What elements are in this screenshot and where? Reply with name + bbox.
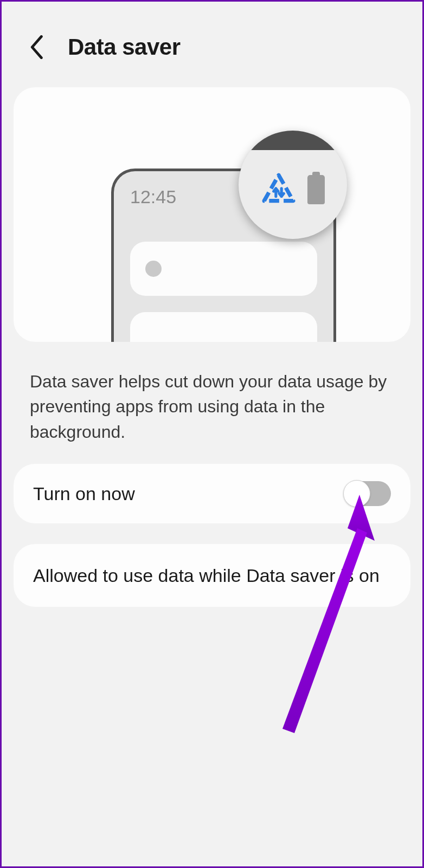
allowed-apps-label: Allowed to use data while Data saver is …: [33, 563, 380, 587]
description-text: Data saver helps cut down your data usag…: [2, 342, 422, 458]
status-bar-magnifier: [239, 131, 347, 239]
page-title: Data saver: [68, 34, 180, 60]
turn-on-now-toggle[interactable]: [344, 481, 391, 506]
data-saver-icon: [261, 172, 297, 208]
annotation-arrow: [262, 489, 392, 739]
battery-icon: [307, 175, 325, 204]
phone-time: 12:45: [130, 186, 176, 208]
phone-placeholder-row: [130, 312, 317, 342]
turn-on-now-row[interactable]: Turn on now: [14, 464, 410, 523]
illustration-card: 12:45: [14, 87, 410, 342]
back-icon[interactable]: [29, 35, 46, 59]
turn-on-now-label: Turn on now: [33, 482, 135, 506]
header: Data saver: [2, 2, 422, 87]
allowed-apps-row[interactable]: Allowed to use data while Data saver is …: [14, 544, 410, 607]
phone-placeholder-row: [130, 242, 317, 296]
placeholder-dot: [145, 261, 162, 277]
